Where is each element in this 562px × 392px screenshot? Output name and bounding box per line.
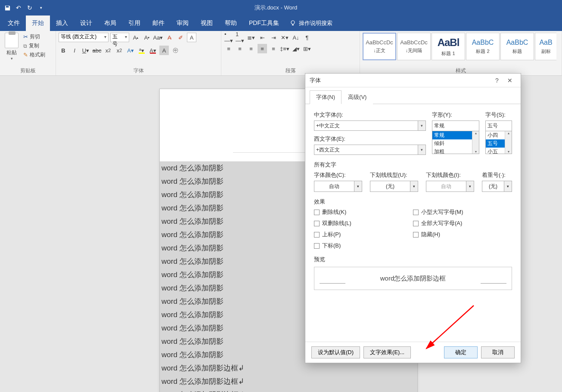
scrollbar[interactable]: ▴▾	[505, 131, 512, 154]
cn-font-combo[interactable]: +中文正文▾	[314, 120, 426, 131]
qat-dropdown-icon[interactable]: ▾	[37, 4, 45, 12]
decrease-indent-icon[interactable]: ⇤	[258, 33, 267, 42]
dialog-tab-font[interactable]: 字体(N)	[310, 90, 342, 104]
font-style-input[interactable]: 常规	[432, 120, 479, 131]
font-style-listbox[interactable]: 常规 倾斜 加粗 ▴▾	[432, 131, 479, 154]
font-color-button[interactable]: A▾	[148, 46, 158, 55]
justify-icon[interactable]: ≡	[258, 44, 267, 53]
numbering-icon[interactable]: 1—▾	[235, 33, 245, 42]
chevron-down-icon: ▾	[504, 181, 512, 192]
style-title[interactable]: AaBbC 标题	[500, 33, 534, 60]
paste-button[interactable]: 粘贴 ▾	[3, 33, 21, 61]
align-center-icon[interactable]: ≡	[235, 44, 245, 53]
align-right-icon[interactable]: ≡	[246, 44, 256, 53]
checkbox-superscript[interactable]: 上标(P)	[314, 231, 413, 238]
style-subtitle[interactable]: AaB 副标	[535, 33, 556, 60]
style-heading2[interactable]: AaBbC 标题 2	[466, 33, 500, 60]
font-size-listbox[interactable]: 小四 五号 小五 ▴▾	[485, 131, 512, 154]
ribbon: 粘贴 ▾ ✂剪切 ⧉复制 ✎格式刷 剪贴板 等线 (西文正文) 五号 A▴ A▾…	[0, 31, 562, 76]
checkbox-small-caps[interactable]: 小型大写字母(M)	[413, 208, 512, 216]
en-font-combo[interactable]: +西文正文▾	[314, 145, 426, 155]
undo-icon[interactable]: ↶	[15, 4, 22, 12]
highlight-button[interactable]: ª▾	[137, 46, 146, 55]
format-painter-button[interactable]: ✎格式刷	[22, 51, 46, 59]
change-case-icon[interactable]: Aa▾	[153, 33, 163, 42]
strikethrough-button[interactable]: abc	[92, 46, 102, 55]
dialog-tab-advanced[interactable]: 高级(V)	[342, 90, 373, 104]
font-color-combo[interactable]: 自动▾	[314, 181, 362, 192]
tab-insert[interactable]: 插入	[50, 15, 74, 31]
group-paragraph: • —▾ 1—▾ ≣▾ ⇤ ⇥ ✕▾ A↓ ¶ ≡ ≡ ≡ ≡ ≡ ‡≡▾ ◢▾…	[221, 31, 360, 75]
clear-formatting-icon[interactable]: ✐	[176, 33, 185, 42]
checkbox-hidden[interactable]: 隐藏(H)	[413, 231, 512, 238]
set-default-button[interactable]: 设为默认值(D)	[311, 346, 360, 358]
italic-button[interactable]: I	[70, 46, 79, 55]
text-effects-button[interactable]: 文字效果(E)...	[363, 346, 411, 358]
checkbox-icon	[314, 210, 320, 215]
label-preview: 预览	[314, 256, 512, 263]
style-normal[interactable]: AaBbCcDc ↓正文	[363, 33, 396, 60]
preview-text: word怎么添加阴影边框	[380, 275, 446, 283]
increase-indent-icon[interactable]: ⇥	[269, 33, 278, 42]
borders-icon[interactable]: ⊞▾	[302, 44, 312, 53]
tab-help[interactable]: 帮助	[219, 15, 243, 31]
align-left-icon[interactable]: ≡	[224, 44, 233, 53]
label-style: 字形(Y):	[432, 111, 479, 119]
phonetic-guide-icon[interactable]: A̶	[165, 33, 174, 42]
cut-button[interactable]: ✂剪切	[22, 33, 46, 41]
tab-pdf-tools[interactable]: PDF工具集	[243, 15, 285, 31]
style-heading1[interactable]: AaBl 标题 1	[432, 33, 465, 60]
asian-layout-icon[interactable]: ✕▾	[280, 33, 289, 42]
checkbox-all-caps[interactable]: 全部大写字母(A)	[413, 219, 512, 227]
ok-button[interactable]: 确定	[444, 346, 478, 358]
save-icon[interactable]	[3, 4, 11, 12]
underline-color-combo[interactable]: 自动▾	[426, 181, 474, 192]
underline-style-combo[interactable]: (无)▾	[370, 181, 418, 192]
grow-font-icon[interactable]: A▴	[131, 33, 140, 42]
tab-layout[interactable]: 布局	[98, 15, 122, 31]
checkbox-double-strike[interactable]: 双删除线(L)	[314, 219, 413, 227]
font-size-combo[interactable]: 五号	[110, 33, 129, 42]
tab-file[interactable]: 文件	[2, 15, 26, 31]
preview-box: word怎么添加阴影边框	[314, 267, 512, 290]
tab-design[interactable]: 设计	[74, 15, 98, 31]
shrink-font-icon[interactable]: A▾	[142, 33, 152, 42]
emphasis-combo[interactable]: (无)▾	[482, 181, 512, 192]
checkbox-strikethrough[interactable]: 删除线(K)	[314, 208, 413, 216]
enclose-chars-icon[interactable]: ㊥	[171, 46, 180, 55]
copy-button[interactable]: ⧉复制	[22, 42, 46, 50]
tab-view[interactable]: 视图	[195, 15, 219, 31]
text-effects-icon[interactable]: A▾	[126, 46, 135, 55]
checkbox-icon	[413, 210, 419, 215]
distributed-icon[interactable]: ≡	[269, 44, 278, 53]
tab-references[interactable]: 引用	[122, 15, 146, 31]
tab-review[interactable]: 审阅	[171, 15, 195, 31]
label-cn-font: 中文字体(I):	[314, 111, 426, 119]
char-shading-icon[interactable]: A	[159, 46, 169, 55]
bullets-icon[interactable]: • —▾	[224, 33, 233, 42]
font-name-combo[interactable]: 等线 (西文正文)	[59, 33, 109, 42]
multilevel-list-icon[interactable]: ≣▾	[246, 33, 256, 42]
cancel-button[interactable]: 取消	[481, 346, 515, 358]
sort-icon[interactable]: A↓	[291, 33, 301, 42]
line-spacing-icon[interactable]: ‡≡▾	[280, 44, 289, 53]
subscript-button[interactable]: x2	[103, 46, 113, 55]
font-size-input[interactable]: 五号	[485, 120, 512, 131]
scrollbar[interactable]: ▴▾	[472, 131, 479, 154]
bold-button[interactable]: B	[59, 46, 68, 55]
redo-icon[interactable]: ↻	[26, 4, 34, 12]
style-nospacing[interactable]: AaBbCcDc ↓无间隔	[397, 33, 431, 60]
shading-icon[interactable]: ◢▾	[291, 44, 301, 53]
underline-button[interactable]: U▾	[81, 46, 90, 55]
checkbox-icon	[314, 221, 320, 226]
dialog-titlebar[interactable]: 字体 ? ✕	[305, 74, 521, 87]
tell-me-search[interactable]: 操作说明搜索	[289, 15, 332, 31]
show-marks-icon[interactable]: ¶	[302, 33, 312, 42]
dialog-close-icon[interactable]: ✕	[503, 77, 516, 84]
dialog-help-icon[interactable]: ?	[491, 77, 503, 84]
tell-me-label: 操作说明搜索	[299, 19, 332, 27]
char-border-icon[interactable]: A	[187, 33, 196, 42]
checkbox-subscript[interactable]: 下标(B)	[314, 242, 413, 250]
tab-mailings[interactable]: 邮件	[146, 15, 171, 31]
tab-home[interactable]: 开始	[26, 15, 50, 31]
